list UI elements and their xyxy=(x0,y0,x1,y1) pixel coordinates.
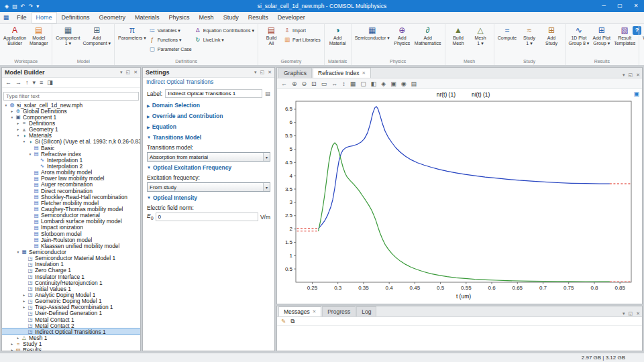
tab-graphics[interactable]: Graphics xyxy=(278,68,312,78)
panel-close-icon[interactable]: ✕ xyxy=(133,70,138,75)
application-builder-button[interactable]: AApplicationBuilder xyxy=(2,25,28,46)
camera-icon[interactable]: ◉ xyxy=(401,80,407,87)
dropdown-caret-icon[interactable]: ▾ xyxy=(263,153,270,161)
expander-icon[interactable]: ▾ xyxy=(21,139,27,143)
menu-study[interactable]: Study xyxy=(219,12,244,23)
tree-item-indirect-optical-transitions-1[interactable]: ◳Indirect Optical Transitions 1 xyxy=(2,328,140,335)
model-manager-button[interactable]: ▤ModelManager xyxy=(28,25,50,46)
copy-icon[interactable]: ⧉ xyxy=(290,318,294,325)
pan-icon[interactable]: ↔ xyxy=(331,80,337,87)
component-1-button[interactable]: ▦Component1 ▾ xyxy=(54,25,81,46)
tree-item-definitions[interactable]: ▸≡Definitions xyxy=(2,120,140,126)
redo-icon[interactable]: ↷ xyxy=(28,3,33,9)
dropdown-caret-icon[interactable]: ▾ xyxy=(263,183,270,191)
undo-icon[interactable]: ↶ xyxy=(21,3,25,9)
panel-float-icon[interactable]: ◱ xyxy=(126,70,131,75)
expander-icon[interactable]: ▸ xyxy=(15,127,21,131)
menu-geometry[interactable]: Geometry xyxy=(95,12,131,23)
panel-close-icon[interactable]: ✕ xyxy=(636,311,640,316)
panel-float-icon[interactable]: ◱ xyxy=(629,72,633,78)
tab-progress[interactable]: Progress xyxy=(322,306,356,316)
caret-icon[interactable]: ▾ xyxy=(36,3,39,9)
expander-icon[interactable]: ▸ xyxy=(15,336,21,340)
node-menu-icon[interactable]: ≡ xyxy=(40,79,43,86)
livelink-button[interactable]: ↻LiveLink ▾ xyxy=(193,36,256,44)
import-button[interactable]: ⇩Import xyxy=(282,26,322,35)
close-tab-icon[interactable]: ✕ xyxy=(313,307,316,316)
functions-button[interactable]: ƒFunctions ▾ xyxy=(148,36,193,44)
tree-item-results[interactable]: ▸▧Results xyxy=(2,347,140,351)
add-mathematics-button[interactable]: ∂AddMathematics xyxy=(413,25,443,46)
minimize-button[interactable]: ─ xyxy=(596,0,612,12)
panel-close-icon[interactable]: ✕ xyxy=(268,70,272,75)
study-1-button[interactable]: ≈Study1 ▾ xyxy=(519,25,541,46)
filter-input[interactable] xyxy=(3,92,139,101)
section-override-and-contribution[interactable]: ▶Override and Contribution xyxy=(147,111,270,121)
menu-mesh[interactable]: Mesh xyxy=(195,12,219,23)
print-icon[interactable]: ▤ xyxy=(411,80,417,87)
expander-icon[interactable]: ▾ xyxy=(9,115,15,119)
expander-icon[interactable]: ▸ xyxy=(9,348,15,351)
build-all-button[interactable]: ▤BuildAll xyxy=(260,25,282,46)
up-icon[interactable]: ↑ xyxy=(25,79,29,86)
image-icon[interactable]: ▣ xyxy=(390,80,396,87)
expander-icon[interactable]: ▸ xyxy=(21,299,27,303)
close-button[interactable]: ✕ xyxy=(628,0,644,12)
section-optical-excitation-frequency[interactable]: ▼Optical Excitation Frequency xyxy=(147,163,270,172)
section-optical-intensity[interactable]: ▼Optical Intensity xyxy=(147,193,270,202)
save-icon[interactable]: ▤ xyxy=(12,3,17,9)
tree-item-insulation-1[interactable]: ◳Insulation 1 xyxy=(2,261,140,267)
add-study-button[interactable]: ⊞AddStudy xyxy=(541,25,563,46)
tree-item-klaassen-unified-mobility-model[interactable]: ▤Klaassen unified mobility model xyxy=(2,243,140,249)
menu-definitions[interactable]: Definitions xyxy=(57,12,95,23)
tab-log[interactable]: Log xyxy=(356,306,376,316)
parameters-button[interactable]: πParameters ▾ xyxy=(117,25,148,41)
equation-contributions-button[interactable]: ΔEquation Contributions ▾ xyxy=(193,26,256,35)
panel-close-icon[interactable]: ✕ xyxy=(636,72,640,78)
menu-home[interactable]: Home xyxy=(32,12,57,23)
panel-float-icon[interactable]: ◱ xyxy=(629,311,633,316)
result-templates-button[interactable]: ▧ResultTemplates xyxy=(612,25,637,46)
back-icon[interactable]: ← xyxy=(5,79,11,86)
app-menu-icon[interactable]: ▦ xyxy=(0,12,12,23)
part-libraries-button[interactable]: ▥Part Libraries xyxy=(282,36,322,44)
build-mesh-button[interactable]: ▲BuildMesh xyxy=(447,25,470,46)
toolbar-menu-icon[interactable]: ◨ xyxy=(47,79,53,86)
panel-menu-icon[interactable]: ▾ xyxy=(623,311,625,316)
tab-messages[interactable]: Messages✕ xyxy=(278,306,321,316)
expander-icon[interactable]: ▾ xyxy=(28,152,33,156)
expander-icon[interactable]: ▸ xyxy=(21,293,27,297)
section-equation[interactable]: ▶Equation xyxy=(147,122,270,131)
add-component-button[interactable]: ⊞AddComponent ▾ xyxy=(81,25,112,46)
expander-icon[interactable]: ▸ xyxy=(9,342,15,346)
expander-icon[interactable]: ▾ xyxy=(15,250,21,254)
plot-settings-icon[interactable]: ▣ xyxy=(633,90,639,97)
grid-icon[interactable]: ▦ xyxy=(350,80,356,87)
windows-button[interactable]: ▦Windows ▾ xyxy=(641,25,644,41)
field-electric-field-norm[interactable] xyxy=(156,213,258,221)
add-material-button[interactable]: ◑AddMaterial xyxy=(327,25,349,46)
section-transitions-model[interactable]: ▼Transitions Model xyxy=(147,133,270,142)
expander-icon[interactable]: ▾ xyxy=(3,103,9,107)
1d-plot-group-8-button[interactable]: ∿1D PlotGroup 8 ▾ xyxy=(568,25,591,46)
forward-icon[interactable]: → xyxy=(15,79,21,86)
semiconductor-button[interactable]: ▦Semiconductor ▾ xyxy=(354,25,391,41)
zoom-extents-icon[interactable]: ⊡ xyxy=(311,80,317,87)
back-icon[interactable]: ← xyxy=(281,80,287,87)
collapse-icon[interactable]: ▾ xyxy=(33,79,36,86)
parameter-case-button[interactable]: ▢Parameter Case xyxy=(148,45,193,54)
compute-button[interactable]: =Compute xyxy=(496,25,519,41)
tree-item-geometry-1[interactable]: ▸▲Geometry 1 xyxy=(2,127,140,133)
label-input[interactable] xyxy=(165,89,262,98)
tab-refractive-index[interactable]: Refractive Index✕ xyxy=(313,68,371,78)
tree-item-si-silicon-vuye-et-al-1993-n-k-0-26-0-83-um-200-degc[interactable]: ▾◑Si (Silicon) (Vuye et al. 1993: n,k 0.… xyxy=(2,139,140,145)
lock-icon[interactable]: ◈ xyxy=(381,80,386,87)
axis-limits-icon[interactable]: ↕ xyxy=(342,80,345,87)
menu-developer[interactable]: Developer xyxy=(273,12,310,23)
maximize-button[interactable]: ▢ xyxy=(612,0,628,12)
zoom-out-icon[interactable]: ⊖ xyxy=(302,80,307,87)
add-plot-group-button[interactable]: ⊞Add PlotGroup ▾ xyxy=(590,25,612,46)
menu-materials[interactable]: Materials xyxy=(130,12,164,23)
tree-item-continuity-heterojunction-1[interactable]: ◳Continuity/Heterojunction 1 xyxy=(2,280,140,286)
app-icon[interactable]: ◈ xyxy=(5,3,9,9)
